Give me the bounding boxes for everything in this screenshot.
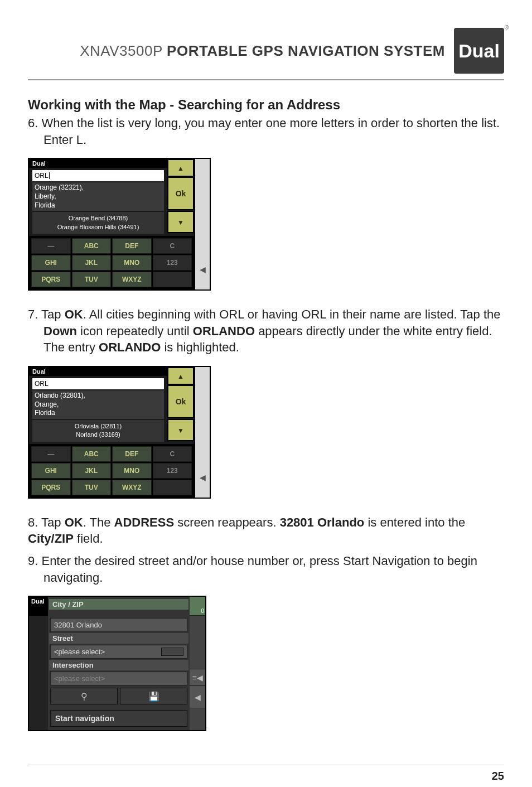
arrow-down-icon: [177, 425, 184, 435]
key-pqrs[interactable]: PQRS: [31, 272, 71, 287]
page-header: XNAV3500P PORTABLE GPS NAVIGATION SYSTEM…: [28, 28, 504, 74]
key-wxyz[interactable]: WXYZ: [112, 480, 152, 495]
ok-button[interactable]: Ok: [167, 385, 194, 418]
screenshot-2: Dual ORL Orlando (32801), Orange, Florid…: [28, 366, 504, 499]
scroll-down-button[interactable]: [167, 211, 194, 233]
zoom-button[interactable]: ⚲: [50, 688, 118, 704]
key-abc[interactable]: ABC: [72, 238, 112, 254]
text-cursor: [49, 172, 50, 179]
key-123[interactable]: 123: [153, 255, 192, 271]
list-item[interactable]: Orlovista (32811): [36, 422, 161, 431]
key-tuv[interactable]: TUV: [72, 272, 112, 287]
arrow-down-icon: [177, 217, 184, 227]
step-6-line1: 6. When the list is very long, you may e…: [28, 116, 500, 130]
list-item[interactable]: Norland (33169): [36, 431, 161, 439]
search-input[interactable]: ORL: [32, 378, 164, 389]
menu-button[interactable]: ≡◀: [190, 669, 205, 685]
key-blank: [153, 480, 192, 495]
key-clear[interactable]: C: [153, 238, 192, 254]
scroll-up-button[interactable]: [167, 367, 194, 385]
magnifier-icon: ⚲: [81, 691, 88, 702]
arrow-up-icon: [177, 371, 184, 381]
house-number-input[interactable]: [161, 648, 183, 656]
keypad: — ABC DEF C GHI JKL MNO 123 PQRS TUV WXY…: [29, 444, 194, 498]
back-button[interactable]: [190, 685, 205, 708]
save-button[interactable]: 💾: [120, 688, 187, 704]
key-blank: [153, 272, 192, 287]
city-zip-input[interactable]: 32801 Orlando: [50, 618, 187, 632]
scroll-up-button[interactable]: [167, 159, 194, 177]
keypad: — ABC DEF C GHI JKL MNO 123 PQRS TUV WXY…: [29, 236, 194, 289]
scroll-down-button[interactable]: [167, 419, 194, 441]
result-list[interactable]: Orlovista (32811) Norland (33169): [32, 420, 164, 442]
street-label: Street: [49, 633, 188, 644]
back-icon[interactable]: [200, 473, 206, 482]
step-8: 8. Tap OK. The ADDRESS screen reappears.…: [28, 514, 504, 547]
key-def[interactable]: DEF: [112, 446, 152, 462]
device-brand-label: Dual: [29, 597, 48, 616]
result-list[interactable]: Orange Bend (34788) Orange Blossom Hills…: [32, 212, 164, 234]
list-back-icon: ≡◀: [192, 673, 202, 682]
step-9: 9. Enter the desired street and/or house…: [28, 553, 504, 586]
back-icon: [195, 693, 201, 702]
key-123[interactable]: 123: [153, 463, 192, 479]
device-side-panel: [195, 366, 211, 499]
key-abc[interactable]: ABC: [72, 446, 112, 462]
step-6-line2: Enter L.: [28, 132, 86, 148]
page-number: 25: [492, 770, 504, 783]
street-input-row: <please select>: [50, 645, 187, 659]
device-side-panel: [195, 158, 211, 291]
key-space[interactable]: —: [31, 446, 71, 462]
step-6: 6. When the list is very long, you may e…: [28, 115, 504, 148]
key-wxyz[interactable]: WXYZ: [112, 272, 152, 287]
device-brand-label: Dual: [29, 367, 167, 376]
key-mno[interactable]: MNO: [112, 255, 152, 271]
key-jkl[interactable]: JKL: [72, 463, 112, 479]
registered-mark: ®: [505, 25, 509, 31]
key-pqrs[interactable]: PQRS: [31, 480, 71, 495]
back-icon[interactable]: [200, 265, 206, 274]
list-item[interactable]: Orange Bend (34788): [36, 214, 161, 223]
screenshot-1: Dual ORL Orange (32321), Liberty, Florid…: [28, 158, 504, 291]
selected-result[interactable]: Orlando (32801), Orange, Florida: [32, 390, 164, 419]
intersection-label: Intersection: [49, 660, 188, 670]
key-ghi[interactable]: GHI: [31, 255, 71, 271]
satellite-indicator: 0: [190, 597, 205, 616]
brand-logo: Dual ®: [454, 28, 504, 74]
device-brand-label: Dual: [29, 159, 167, 168]
satellite-count: 0: [201, 608, 204, 614]
city-zip-label: City / ZIP: [49, 599, 188, 610]
street-input[interactable]: <please select>: [54, 648, 159, 656]
floppy-icon: 💾: [148, 691, 159, 702]
key-def[interactable]: DEF: [112, 238, 152, 254]
key-space[interactable]: —: [31, 238, 71, 254]
selected-result[interactable]: Orange (32321), Liberty, Florida: [32, 182, 164, 211]
brand-logo-text: Dual: [458, 40, 500, 62]
screenshot-3: Dual City / ZIP 0 32801 Orlando Street <…: [28, 596, 504, 731]
product-model: XNAV3500P: [80, 42, 162, 59]
product-title: XNAV3500P PORTABLE GPS NAVIGATION SYSTEM: [80, 42, 445, 60]
key-mno[interactable]: MNO: [112, 463, 152, 479]
step-7: 7. Tap OK. All cities beginning with ORL…: [28, 306, 504, 356]
start-navigation-button[interactable]: Start navigation: [50, 710, 187, 727]
ok-button[interactable]: Ok: [167, 177, 194, 210]
header-rule: [28, 79, 504, 80]
page-footer: 25: [28, 765, 504, 770]
list-item[interactable]: Orange Blossom Hills (34491): [36, 223, 161, 231]
product-tagline: PORTABLE GPS NAVIGATION SYSTEM: [167, 42, 445, 59]
intersection-input[interactable]: <please select>: [50, 672, 187, 685]
key-tuv[interactable]: TUV: [72, 480, 112, 495]
search-input[interactable]: ORL: [32, 170, 164, 181]
section-title: Working with the Map - Searching for an …: [28, 97, 504, 113]
key-jkl[interactable]: JKL: [72, 255, 112, 271]
key-ghi[interactable]: GHI: [31, 463, 71, 479]
arrow-up-icon: [177, 163, 184, 173]
key-clear[interactable]: C: [153, 446, 192, 462]
